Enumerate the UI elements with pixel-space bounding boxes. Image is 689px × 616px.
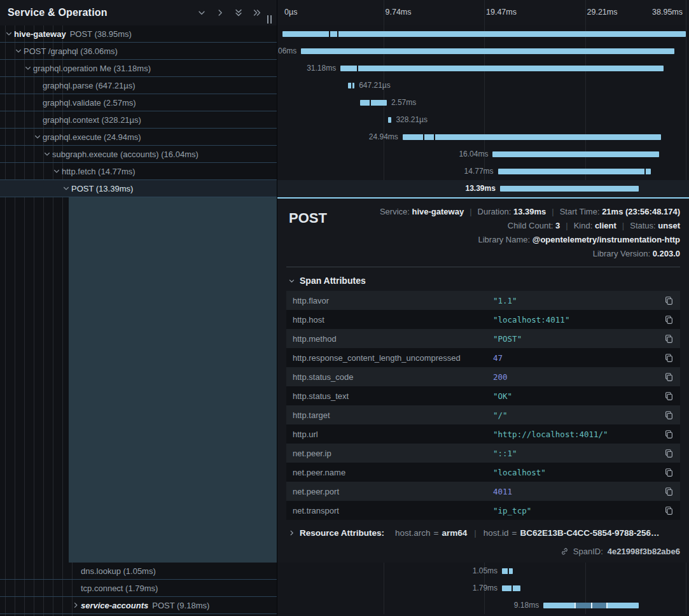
span-bar[interactable] xyxy=(403,134,661,140)
tree-row[interactable]: graphql.context (328.21µs) xyxy=(0,111,277,129)
chevron-down-icon[interactable] xyxy=(4,30,14,38)
duration-label: 647.21µs xyxy=(354,77,395,94)
attribute-row: http.flavor"1.1" xyxy=(286,291,680,310)
timeline-row: 1.05ms xyxy=(277,563,689,580)
copy-icon[interactable] xyxy=(664,315,674,325)
duration-label: 13.39ms xyxy=(461,180,499,197)
chevron-down-icon[interactable] xyxy=(32,133,43,141)
span-bar[interactable] xyxy=(543,603,638,608)
attribute-row: net.peer.name"localhost" xyxy=(286,463,680,482)
span-attributes-toggle[interactable]: Span Attributes xyxy=(288,276,680,286)
duration-label: 328.21µs xyxy=(391,111,432,129)
expanded-row-background xyxy=(69,197,277,563)
timeline-tick: 19.47ms xyxy=(486,8,517,17)
attribute-value: 47 xyxy=(493,353,659,363)
tree-row[interactable]: subgraph.execute (accounts) (16.04ms) xyxy=(0,146,277,163)
meta-value: 0.203.0 xyxy=(653,249,680,258)
timeline-row: 31.18ms xyxy=(277,60,689,77)
chevron-down-icon[interactable] xyxy=(52,167,62,175)
span-bar[interactable] xyxy=(500,186,639,192)
meta-value: client xyxy=(595,221,616,230)
attribute-value: "ip_tcp" xyxy=(493,506,659,515)
span-id-line: SpanID: 4e21998f3b82abe6 xyxy=(560,547,680,556)
bar-tick xyxy=(606,603,608,608)
span-bar[interactable] xyxy=(502,568,513,574)
tree-row[interactable]: POST (13.39ms) xyxy=(0,180,277,197)
trace-viewer: Service & Operation hive-gatewayPOST (38… xyxy=(0,0,689,616)
attribute-key: net.peer.port xyxy=(293,487,493,496)
resource-attributes-title: Resource Attributes: xyxy=(300,528,384,538)
chevron-down-icon[interactable] xyxy=(42,150,52,158)
chevron-right-icon[interactable] xyxy=(216,8,225,17)
copy-icon[interactable] xyxy=(664,410,674,420)
span-bar[interactable] xyxy=(360,100,387,106)
double-chevron-down-icon[interactable] xyxy=(234,8,243,17)
panel-title: Service & Operation xyxy=(8,7,197,18)
tree-row[interactable]: POST /graphql (36.06ms) xyxy=(0,43,277,60)
resource-attributes-toggle[interactable]: Resource Attributes: host.arch=arm64|hos… xyxy=(288,528,680,538)
chevron-down-icon[interactable] xyxy=(23,64,33,72)
tree-row[interactable]: graphql.validate (2.57ms) xyxy=(0,94,277,111)
copy-icon[interactable] xyxy=(664,334,674,344)
copy-icon[interactable] xyxy=(664,430,674,439)
meta-label: Kind: xyxy=(574,221,595,230)
copy-icon[interactable] xyxy=(664,372,674,382)
span-bar[interactable] xyxy=(498,169,651,174)
expanded-row-spacer xyxy=(0,197,277,563)
tree-row[interactable]: graphql.parse (647.21µs) xyxy=(0,77,277,94)
tree-row[interactable]: graphql.operation Me (31.18ms) xyxy=(0,60,277,77)
span-bar[interactable] xyxy=(502,585,520,591)
duration-label: 1.05ms xyxy=(468,563,502,580)
chevron-down-icon[interactable] xyxy=(13,47,24,55)
tree-row[interactable]: dns.lookup (1.05ms) xyxy=(0,563,277,580)
span-meta-line: Library Name: @opentelemetry/instrumenta… xyxy=(380,233,680,247)
span-meta-line: Library Version: 0.203.0 xyxy=(380,247,680,261)
span-title: POST xyxy=(286,205,327,227)
attribute-value: "http://localhost:4011/" xyxy=(493,430,659,439)
chevron-right-icon xyxy=(288,529,295,536)
span-detail-header: POST Service: hive-gateway|Duration: 13.… xyxy=(286,205,680,261)
attribute-key: http.status_code xyxy=(293,372,493,382)
copy-icon[interactable] xyxy=(664,391,674,401)
timeline-tick: 29.21ms xyxy=(587,8,618,17)
span-bar[interactable] xyxy=(301,48,674,54)
attribute-row: net.peer.port4011 xyxy=(286,482,680,501)
chevron-right-icon[interactable] xyxy=(71,601,81,609)
span-bar[interactable] xyxy=(340,66,664,71)
bar-tick xyxy=(357,66,358,71)
tree-row[interactable]: hive-gatewayPOST (38.95ms) xyxy=(0,25,277,43)
separator: | xyxy=(470,207,471,216)
chevron-down-icon[interactable] xyxy=(197,8,206,17)
chevron-down-icon xyxy=(288,277,295,284)
tree-row[interactable]: service-accountsPOST (9.18ms) xyxy=(0,597,277,614)
panel-resize-handle[interactable] xyxy=(267,15,272,24)
tree-row[interactable]: tcp.connect (1.79ms) xyxy=(0,580,277,597)
attribute-value: "::1" xyxy=(493,449,659,458)
link-icon[interactable] xyxy=(560,547,569,556)
span-bar[interactable] xyxy=(282,31,686,37)
resource-value: arm64 xyxy=(442,528,467,538)
timeline-row: 36.06ms xyxy=(277,43,689,60)
copy-icon[interactable] xyxy=(664,487,674,496)
span-meta-line: Service: hive-gateway|Duration: 13.39ms|… xyxy=(380,205,680,219)
copy-icon[interactable] xyxy=(664,449,674,458)
copy-icon[interactable] xyxy=(664,506,674,515)
duration-label: 9.18ms xyxy=(510,597,543,614)
meta-value: @opentelemetry/instrumentation-http xyxy=(532,235,680,244)
tree-row[interactable]: graphql.execute (24.94ms) xyxy=(0,129,277,146)
operation-name: tcp.connect (1.79ms) xyxy=(81,584,158,593)
duration-label: 24.94ms xyxy=(365,129,403,146)
tree-row[interactable]: http.fetch (14.77ms) xyxy=(0,163,277,180)
equals-sign: = xyxy=(512,528,517,538)
span-bar[interactable] xyxy=(348,83,355,88)
double-chevron-right-icon[interactable] xyxy=(253,8,261,17)
span-bar[interactable] xyxy=(492,151,658,157)
meta-label: Library Name: xyxy=(478,235,532,244)
service-name: hive-gateway xyxy=(14,29,66,39)
copy-icon[interactable] xyxy=(664,353,674,363)
copy-icon[interactable] xyxy=(664,296,674,305)
bar-tick xyxy=(370,100,371,106)
copy-icon[interactable] xyxy=(664,468,674,477)
chevron-down-icon[interactable] xyxy=(61,185,71,192)
detail-divider xyxy=(286,267,680,267)
